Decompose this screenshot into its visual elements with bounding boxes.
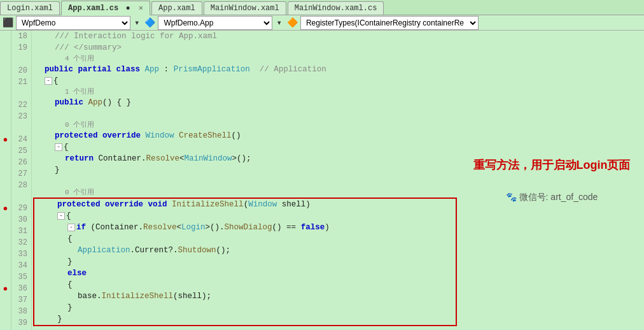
code-text: Resolve	[143, 222, 177, 233]
dropdown2-icon: ▾	[274, 17, 284, 28]
code-text	[101, 199, 106, 210]
ref-count-text: 4 个引用	[65, 53, 94, 64]
code-text: shell)	[277, 199, 311, 210]
line-num-25: 25	[11, 145, 27, 157]
code-text: MainWindow	[185, 153, 232, 164]
wechat-label: 🐾 微信号: art_of_code	[506, 192, 598, 203]
code-text	[141, 130, 146, 141]
line-num-32: 32	[11, 237, 27, 248]
code-text: if	[76, 222, 86, 233]
collapse-icon-30[interactable]: -	[57, 212, 65, 220]
code-line-19: /// </summary>	[32, 42, 459, 54]
code-line-22: public App () { }	[32, 97, 459, 108]
code-text: InitializeShell	[172, 199, 244, 210]
code-text: >();	[232, 153, 251, 164]
method-selector[interactable]: RegisterTypes(IContainerRegistry contain…	[300, 16, 479, 30]
toolbar-row: ⬛ WpfDemo ▾ 🔷 WpfDemo.App ▾ 🔶 RegisterTy…	[0, 15, 644, 31]
line-num-36: 36	[11, 283, 27, 294]
code-text: ShowDialog	[225, 222, 272, 233]
tab-app-xaml[interactable]: App.xaml	[151, 1, 202, 15]
tab-mainwindow-xaml-cs[interactable]: MainWindow.xaml.cs	[288, 1, 384, 15]
breakpoint-icon-2[interactable]: ●	[3, 283, 8, 294]
code-text: }	[67, 256, 73, 268]
code-line-39: }	[34, 313, 456, 325]
code-line-33: Application .Current?. Shutdown ();	[34, 245, 456, 256]
red-box-section: protected override void InitializeShell …	[33, 197, 457, 326]
code-text: >().	[206, 222, 225, 233]
line-num-20: 20	[11, 65, 27, 76]
code-line-30: - {	[34, 210, 456, 222]
code-line-21: - {	[32, 75, 459, 87]
code-text: ()	[232, 130, 241, 141]
collapse-icon-25[interactable]: -	[55, 143, 62, 151]
breakpoint-icon-1[interactable]: ●	[3, 203, 8, 214]
line-num-23: 23	[11, 111, 27, 122]
code-text: // Application	[260, 64, 326, 75]
code-line-32: {	[34, 233, 456, 245]
code-text: :	[159, 64, 174, 75]
code-text: (Container.	[86, 222, 143, 233]
collapse-icon-21[interactable]: -	[45, 77, 52, 85]
left-margin: ● ● ●	[0, 31, 11, 330]
code-text: {	[67, 279, 73, 291]
line-num-30: 30	[11, 214, 27, 226]
code-line-36: {	[34, 279, 456, 291]
code-text	[143, 199, 148, 210]
line-num-22: 22	[11, 99, 27, 111]
line-num-39: 39	[11, 317, 27, 329]
line-num-19: 19	[11, 42, 27, 54]
code-text: App	[145, 64, 160, 75]
code-text	[174, 130, 179, 141]
code-text: protected	[57, 199, 101, 210]
line-num-33: 33	[11, 248, 27, 260]
project-selector[interactable]: WpfDemo	[16, 16, 130, 30]
line-num-37: 37	[11, 294, 27, 306]
line-num-34: 34	[11, 260, 27, 271]
tab-mainwindow-xaml[interactable]: MainWindow.xaml	[204, 1, 286, 15]
tab-bar: Login.xaml App.xaml.cs ● ✕ App.xaml Main…	[0, 0, 644, 15]
code-text	[167, 199, 172, 210]
code-text: void	[148, 199, 167, 210]
code-text: else	[67, 268, 87, 279]
line-num-38: 38	[11, 306, 27, 317]
line-num-28: 28	[11, 180, 27, 191]
code-text: Login	[181, 222, 206, 233]
code-text	[250, 64, 260, 75]
close-icon[interactable]: ✕	[139, 4, 143, 13]
code-text	[98, 130, 103, 141]
code-text	[73, 64, 78, 75]
code-text: Shutdown	[178, 245, 216, 256]
breakpoint-icon-0[interactable]: ●	[3, 134, 8, 145]
code-text: <	[177, 222, 182, 233]
code-line-31: - if (Container. Resolve < Login >(). Sh…	[34, 222, 456, 233]
code-text: class	[116, 64, 141, 75]
code-line-27: }	[32, 164, 459, 176]
code-text: Container.	[94, 153, 146, 164]
code-text: (	[244, 199, 249, 210]
code-line-25: - {	[32, 141, 459, 153]
code-text: {	[67, 233, 73, 245]
code-text: {	[64, 141, 69, 153]
tab-label: Login.xaml	[7, 4, 53, 13]
code-text: App	[88, 97, 103, 108]
tab-login-xaml[interactable]: Login.xaml	[0, 1, 60, 15]
code-text: public	[45, 64, 73, 75]
ref-count-line-1: 4 个引用	[32, 54, 459, 64]
annotation-main-text: 重写方法，用于启动Login页面	[473, 157, 631, 173]
code-text: partial	[78, 64, 112, 75]
line-num-ref2	[11, 88, 27, 99]
code-text: Window	[146, 130, 174, 141]
code-line-23	[32, 108, 459, 120]
line-num-ref3	[11, 122, 27, 134]
code-text: }	[57, 313, 62, 325]
class-selector[interactable]: WpfDemo.App	[158, 16, 272, 30]
line-num-27: 27	[11, 168, 27, 180]
line-numbers: 18 19 20 21 22 23 24 25 26 27 28 29 30 3…	[11, 31, 32, 330]
code-line-20: public partial class App : PrismApplicat…	[32, 64, 459, 75]
code-text: PrismApplication	[174, 64, 250, 75]
tab-app-xaml-cs[interactable]: App.xaml.cs ● ✕	[61, 1, 150, 15]
code-text: InitializeShell	[102, 291, 174, 302]
line-num-21: 21	[11, 76, 27, 88]
code-line-26: return Container. Resolve < MainWindow >…	[32, 153, 459, 164]
collapse-icon-31[interactable]: -	[67, 224, 75, 231]
